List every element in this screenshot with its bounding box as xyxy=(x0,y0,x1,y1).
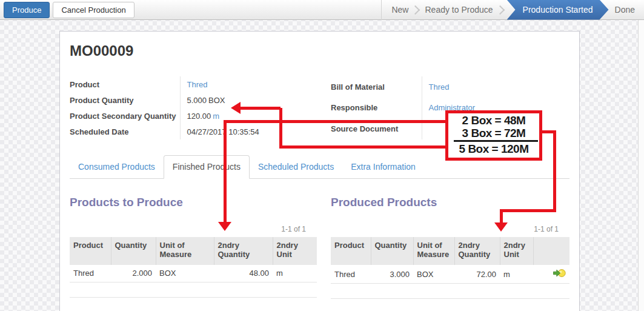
top-bar: Produce Cancel Production New Ready to P… xyxy=(0,0,644,20)
column-header-quantity[interactable]: Quantity xyxy=(111,237,156,265)
column-header-2ndry-unit[interactable]: 2ndry Unit xyxy=(500,237,533,265)
field-value: 04/27/2017 10:35:54 xyxy=(180,124,317,139)
field-label: Source Document xyxy=(331,118,422,139)
tab-extra-information[interactable]: Extra Information xyxy=(342,156,424,178)
field-label: Product Quantity xyxy=(70,92,180,108)
tab-finished-products[interactable]: Finished Products xyxy=(164,155,250,179)
produce-button[interactable]: Produce xyxy=(4,2,50,18)
bom-link[interactable]: Thred xyxy=(429,82,450,92)
statusbar-step-done[interactable]: Done xyxy=(615,5,644,15)
statusbar-step-production-started[interactable]: Production Started xyxy=(507,0,609,20)
tab-scheduled-products[interactable]: Scheduled Products xyxy=(250,156,342,178)
cell-quantity: 2.000 xyxy=(111,265,156,282)
cell-2ndry-unit: m xyxy=(273,265,317,282)
field-unit: BOX xyxy=(208,96,225,105)
product-link[interactable]: Thred xyxy=(187,80,208,89)
cell-product: Thred xyxy=(331,265,371,284)
chevron-separator-icon xyxy=(495,5,505,15)
field-product-secondary-quantity: Product Secondary Quantity 120.00m xyxy=(70,108,317,124)
field-label: Product Secondary Quantity xyxy=(70,108,180,124)
responsible-link[interactable]: Administrator xyxy=(429,103,476,112)
statusbar: New Ready to Produce Production Started … xyxy=(381,0,644,20)
field-label: Responsible xyxy=(331,98,422,119)
field-scheduled-date: Scheduled Date 04/27/2017 10:35:54 xyxy=(70,124,317,139)
column-header-2ndry-unit[interactable]: 2ndry Unit xyxy=(273,237,317,265)
manufacturing-order-sheet: MO00009 Product Thred Product Quantity 5… xyxy=(59,31,580,311)
field-product-quantity: Product Quantity 5.000BOX xyxy=(70,92,317,108)
field-value: 5.000 xyxy=(187,96,207,105)
scrollbar[interactable] xyxy=(638,20,644,311)
page-title: MO00009 xyxy=(70,42,569,59)
products-to-produce-table: Product Quantity Unit of Measure 2ndry Q… xyxy=(70,237,317,311)
field-responsible: Responsible Administrator xyxy=(331,98,569,119)
section-title: Produced Products xyxy=(331,196,569,209)
statusbar-step-ready-to-produce[interactable]: Ready to Produce xyxy=(425,5,493,15)
field-bill-of-material: Bill of Material Thred xyxy=(331,76,569,98)
field-group-left: Product Thred Product Quantity 5.000BOX … xyxy=(70,76,317,139)
field-source-document: Source Document xyxy=(331,118,569,139)
produced-products-section: Produced Products 1-1 of 1 Product Quant… xyxy=(331,196,569,311)
tab-consumed-products[interactable]: Consumed Products xyxy=(70,156,164,178)
column-header-actions xyxy=(533,237,569,265)
cancel-production-button[interactable]: Cancel Production xyxy=(53,2,134,18)
cell-2ndry-quantity: 48.00 xyxy=(214,265,273,282)
notebook-tabs: Consumed Products Finished Products Sche… xyxy=(70,156,569,179)
table-row[interactable]: Thred 3.000 BOX 72.00 m xyxy=(331,265,569,284)
products-to-produce-section: Products to Produce 1-1 of 1 Product Qua… xyxy=(70,196,317,311)
field-label: Bill of Material xyxy=(331,76,422,98)
section-title: Products to Produce xyxy=(70,196,317,209)
table-header-row: Product Quantity Unit of Measure 2ndry Q… xyxy=(331,237,569,265)
column-header-2ndry-quantity[interactable]: 2ndry Quantity xyxy=(454,237,500,265)
cell-product: Thred xyxy=(70,265,111,282)
field-value: 120.00 xyxy=(187,112,211,121)
column-header-quantity[interactable]: Quantity xyxy=(371,237,413,265)
column-header-2ndry-quantity[interactable]: 2ndry Quantity xyxy=(214,237,273,265)
empty-row xyxy=(70,282,317,297)
field-label: Product xyxy=(70,76,180,92)
pager: 1-1 of 1 xyxy=(331,225,559,233)
field-product: Product Thred xyxy=(70,76,317,92)
go-forward-icon[interactable] xyxy=(553,270,566,279)
column-header-product[interactable]: Product xyxy=(331,237,371,265)
empty-row xyxy=(331,284,569,299)
statusbar-step-new[interactable]: New xyxy=(391,5,408,15)
cell-uom: BOX xyxy=(156,265,214,282)
cell-uom: BOX xyxy=(413,265,454,284)
pager: 1-1 of 1 xyxy=(70,225,306,233)
column-header-uom[interactable]: Unit of Measure xyxy=(156,237,214,265)
field-group-right: Bill of Material Thred Responsible Admin… xyxy=(331,76,569,139)
tab-content: Products to Produce 1-1 of 1 Product Qua… xyxy=(70,196,569,311)
empty-row xyxy=(70,297,317,311)
empty-row xyxy=(331,299,569,311)
table-row[interactable]: Thred 2.000 BOX 48.00 m xyxy=(70,265,317,282)
field-label: Scheduled Date xyxy=(70,124,180,139)
cell-quantity: 3.000 xyxy=(371,265,413,284)
table-header-row: Product Quantity Unit of Measure 2ndry Q… xyxy=(70,237,317,265)
column-header-uom[interactable]: Unit of Measure xyxy=(413,237,454,265)
field-groups: Product Thred Product Quantity 5.000BOX … xyxy=(70,76,569,139)
cell-2ndry-unit: m xyxy=(500,265,533,284)
chevron-separator-icon xyxy=(411,5,420,15)
column-header-product[interactable]: Product xyxy=(70,237,111,265)
secondary-uom-link[interactable]: m xyxy=(213,112,219,121)
produced-products-table: Product Quantity Unit of Measure 2ndry Q… xyxy=(331,237,569,311)
field-value xyxy=(422,118,569,139)
cell-2ndry-quantity: 72.00 xyxy=(454,265,500,284)
